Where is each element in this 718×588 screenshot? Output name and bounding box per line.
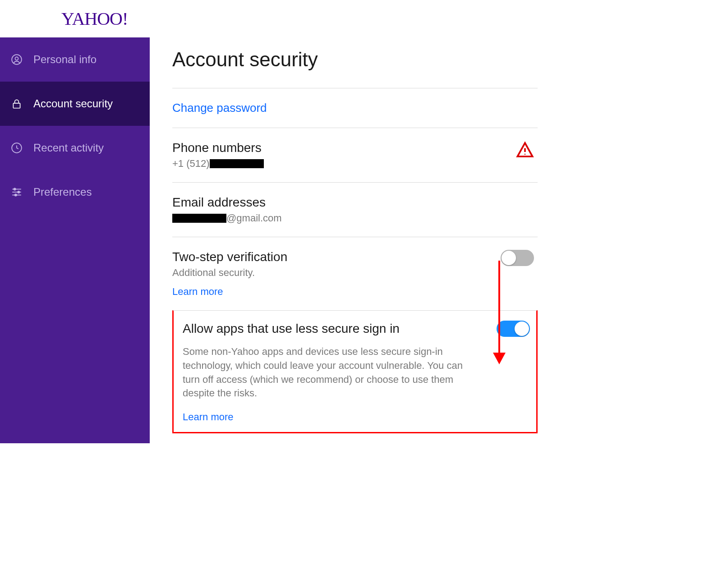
email-suffix: @gmail.com [226,212,282,224]
sliders-icon [9,184,24,200]
sidebar-item-label: Personal info [33,53,97,66]
section-title: Allow apps that use less secure sign in [183,322,527,336]
header: YAHOO! [0,0,538,37]
yahoo-logo: YAHOO! [61,8,128,29]
svg-point-0 [12,55,22,64]
sidebar-item-label: Account security [33,97,113,110]
section-title: Two-step verification [172,250,538,264]
section-phone-numbers[interactable]: Phone numbers +1 (512) [172,128,538,182]
sidebar-item-recent-activity[interactable]: Recent activity [0,126,150,170]
redacted-block [210,159,264,168]
section-title: Email addresses [172,195,538,210]
section-title: Phone numbers [172,141,538,155]
svg-point-7 [14,188,16,190]
svg-marker-13 [493,353,506,364]
section-email-addresses[interactable]: Email addresses @gmail.com [172,182,538,237]
section-change-password: Change password [172,88,538,128]
svg-point-9 [15,194,17,196]
phone-number-value: +1 (512) [172,158,538,170]
svg-rect-2 [13,103,20,108]
phone-warning [516,141,534,161]
section-less-secure-apps: Allow apps that use less secure sign in … [172,310,538,433]
phone-prefix: +1 (512) [172,158,210,169]
email-value: @gmail.com [172,212,538,224]
sidebar-item-preferences[interactable]: Preferences [0,170,150,214]
redacted-block [172,214,226,223]
sidebar-item-account-security[interactable]: Account security [0,82,150,126]
clock-icon [9,140,24,156]
section-two-step-verification: Two-step verification Additional securit… [172,237,538,310]
sidebar-item-label: Preferences [33,186,92,198]
sidebar: Personal info Account security Recent ac… [0,37,150,443]
section-description: Some non-Yahoo apps and devices use less… [183,345,471,400]
svg-point-11 [525,154,526,155]
person-icon [9,52,24,67]
section-subtitle: Additional security. [172,267,538,279]
sidebar-item-personal-info[interactable]: Personal info [0,37,150,82]
lock-icon [9,96,24,111]
page-title: Account security [172,48,538,71]
sidebar-item-label: Recent activity [33,142,104,154]
learn-more-link[interactable]: Learn more [172,286,223,298]
main-content: Account security Change password Phone n… [150,37,538,443]
warning-icon [516,152,534,160]
svg-point-8 [18,191,19,193]
learn-more-link[interactable]: Learn more [183,411,234,423]
change-password-link[interactable]: Change password [172,101,267,115]
svg-point-1 [15,57,18,60]
annotation-arrow-icon [490,261,508,366]
